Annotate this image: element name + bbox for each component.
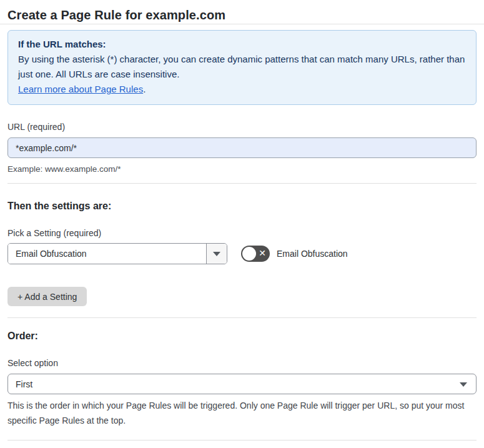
info-box-heading: If the URL matches: [18, 37, 466, 52]
chevron-down-icon [460, 382, 467, 387]
order-select-label: Select option [7, 357, 477, 369]
toggle-knob [242, 247, 256, 261]
link-suffix: . [143, 84, 146, 94]
setting-row: Email Obfuscation ✕ Email Obfuscation [7, 243, 477, 264]
setting-picker-label: Pick a Setting (required) [7, 227, 477, 239]
add-setting-row: + Add a Setting [7, 287, 477, 306]
email-obfuscation-toggle-group: ✕ Email Obfuscation [241, 246, 348, 262]
info-box-body: By using the asterisk (*) character, you… [18, 52, 466, 82]
learn-more-link[interactable]: Learn more about Page Rules [18, 84, 143, 94]
url-section: URL (required) Example: www.example.com/… [7, 121, 477, 176]
chevron-down-icon [213, 252, 220, 256]
setting-dropdown-value: Email Obfuscation [8, 244, 206, 264]
add-setting-button[interactable]: + Add a Setting [7, 287, 87, 306]
order-heading: Order: [7, 330, 477, 342]
footer-divider [7, 440, 477, 441]
url-input[interactable] [7, 137, 477, 158]
url-match-info-box: If the URL matches: By using the asteris… [7, 30, 477, 105]
order-select[interactable]: First [7, 374, 477, 394]
settings-heading: Then the settings are: [7, 200, 477, 212]
x-icon: ✕ [259, 246, 266, 262]
title-divider [0, 24, 484, 24]
order-select-value: First [16, 379, 32, 389]
settings-section-divider [7, 317, 477, 318]
setting-dropdown[interactable]: Email Obfuscation [7, 243, 227, 264]
email-obfuscation-toggle[interactable]: ✕ [241, 246, 270, 262]
url-field-label: URL (required) [7, 121, 477, 132]
url-example-text: Example: www.example.com/* [7, 162, 477, 176]
url-section-divider [7, 183, 477, 184]
create-page-rule-panel: Create a Page Rule for example.com If th… [0, 0, 484, 448]
info-box-link-line: Learn more about Page Rules. [18, 82, 466, 97]
settings-section: Then the settings are: Pick a Setting (r… [7, 200, 477, 306]
setting-dropdown-arrow-button[interactable] [206, 244, 227, 264]
page-title: Create a Page Rule for example.com [7, 6, 477, 24]
order-section: Order: Select option First This is the o… [7, 330, 477, 428]
order-help-text: This is the order in which your Page Rul… [7, 398, 470, 428]
toggle-label: Email Obfuscation [277, 249, 348, 259]
